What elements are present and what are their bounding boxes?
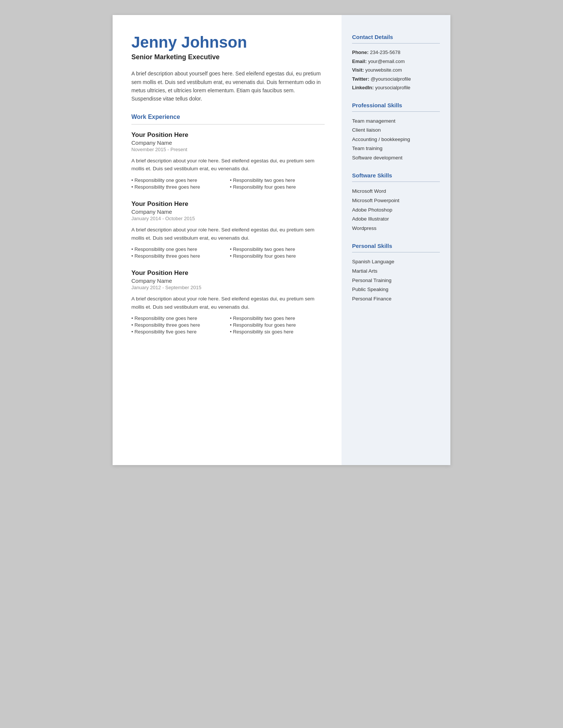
- list-item: Martial Arts: [352, 267, 440, 275]
- list-item: Personal Finance: [352, 295, 440, 303]
- contact-title: Contact Details: [352, 34, 440, 40]
- visit-value: yourwebsite.com: [365, 67, 402, 73]
- list-item: Responsibility three goes here: [131, 253, 226, 259]
- phone-value: 234-235-5678: [370, 50, 400, 55]
- phone-label: Phone:: [352, 50, 369, 55]
- job-2-position: Your Position Here: [131, 200, 325, 208]
- software-skills-section: Software Skills Microsoft Word Microsoft…: [352, 172, 440, 232]
- list-item: Responsibility one goes here: [131, 246, 226, 252]
- list-item: Responsibility four goes here: [230, 253, 325, 259]
- personal-skills-divider: [352, 252, 440, 252]
- list-item: Responsibility four goes here: [230, 184, 325, 190]
- contact-visit: Visit: yourwebsite.com: [352, 66, 440, 74]
- list-item: Responsibility three goes here: [131, 322, 226, 328]
- job-2-company: Company Name: [131, 209, 325, 215]
- list-item: Team management: [352, 117, 440, 125]
- list-item: Public Speaking: [352, 285, 440, 294]
- job-3-responsibilities: Responsibility one goes here Responsibil…: [131, 315, 325, 335]
- personal-skills-section: Personal Skills Spanish Language Martial…: [352, 243, 440, 303]
- job-1-position: Your Position Here: [131, 131, 325, 139]
- list-item: Responsibility four goes here: [230, 322, 325, 328]
- contact-email: Email: your@email.com: [352, 58, 440, 65]
- professional-skills-section: Professional Skills Team management Clie…: [352, 102, 440, 162]
- job-2: Your Position Here Company Name January …: [131, 200, 325, 259]
- left-column: Jenny Johnson Senior Marketing Executive…: [113, 15, 342, 465]
- candidate-title: Senior Marketing Executive: [131, 53, 325, 61]
- job-3-position: Your Position Here: [131, 269, 325, 277]
- job-3-description: A brief description about your role here…: [131, 295, 325, 311]
- list-item: Microsoft Word: [352, 187, 440, 195]
- job-3: Your Position Here Company Name January …: [131, 269, 325, 335]
- contact-divider: [352, 43, 440, 44]
- software-skills-title: Software Skills: [352, 172, 440, 179]
- twitter-value: @yoursocialprofile: [371, 76, 411, 82]
- job-1: Your Position Here Company Name November…: [131, 131, 325, 190]
- contact-linkedin: LinkedIn: yoursocialprofile: [352, 84, 440, 92]
- contact-phone: Phone: 234-235-5678: [352, 49, 440, 56]
- professional-skills-title: Professional Skills: [352, 102, 440, 108]
- list-item: Accounting / bookkeeping: [352, 135, 440, 144]
- list-item: Team training: [352, 144, 440, 153]
- email-label: Email:: [352, 59, 367, 64]
- list-item: Responsibility one goes here: [131, 177, 226, 183]
- job-1-company: Company Name: [131, 140, 325, 146]
- candidate-bio: A brief description about yourself goes …: [131, 69, 325, 103]
- job-1-description: A brief description about your role here…: [131, 157, 325, 173]
- list-item: Personal Training: [352, 276, 440, 285]
- job-3-dates: January 2012 - September 2015: [131, 285, 325, 290]
- personal-skills-title: Personal Skills: [352, 243, 440, 249]
- right-column: Contact Details Phone: 234-235-5678 Emai…: [342, 15, 450, 465]
- visit-label: Visit:: [352, 67, 364, 73]
- job-2-description: A brief description about your role here…: [131, 226, 325, 242]
- job-2-responsibilities: Responsibility one goes here Responsibil…: [131, 246, 325, 259]
- list-item: Software development: [352, 154, 440, 162]
- linkedin-label: LinkedIn:: [352, 85, 374, 90]
- list-item: Adobe Photoshop: [352, 206, 440, 214]
- job-1-responsibilities: Responsibility one goes here Responsibil…: [131, 177, 325, 190]
- list-item: Responsibility six goes here: [230, 329, 325, 335]
- contact-section: Contact Details Phone: 234-235-5678 Emai…: [352, 34, 440, 92]
- candidate-name: Jenny Johnson: [131, 34, 325, 51]
- list-item: Responsibility five goes here: [131, 329, 226, 335]
- list-item: Responsibility two goes here: [230, 246, 325, 252]
- resume-page: Jenny Johnson Senior Marketing Executive…: [113, 15, 450, 465]
- list-item: Responsibility one goes here: [131, 315, 226, 321]
- twitter-label: Twitter:: [352, 76, 369, 82]
- work-experience-heading: Work Experience: [131, 114, 325, 120]
- contact-twitter: Twitter: @yoursocialprofile: [352, 75, 440, 83]
- software-skills-divider: [352, 182, 440, 182]
- job-3-company: Company Name: [131, 278, 325, 284]
- job-2-dates: January 2014 - October 2015: [131, 216, 325, 221]
- work-experience-divider: [131, 124, 325, 125]
- professional-skills-divider: [352, 111, 440, 112]
- list-item: Client liaison: [352, 126, 440, 134]
- list-item: Responsibility two goes here: [230, 177, 325, 183]
- email-value: your@email.com: [368, 59, 405, 64]
- list-item: Adobe Illustrator: [352, 215, 440, 223]
- job-1-dates: November 2015 - Present: [131, 147, 325, 152]
- list-item: Responsibility three goes here: [131, 184, 226, 190]
- list-item: Spanish Language: [352, 258, 440, 266]
- list-item: Wordpress: [352, 224, 440, 233]
- linkedin-value: yoursocialprofile: [375, 85, 410, 90]
- list-item: Microsoft Powerpoint: [352, 197, 440, 205]
- list-item: Responsibility two goes here: [230, 315, 325, 321]
